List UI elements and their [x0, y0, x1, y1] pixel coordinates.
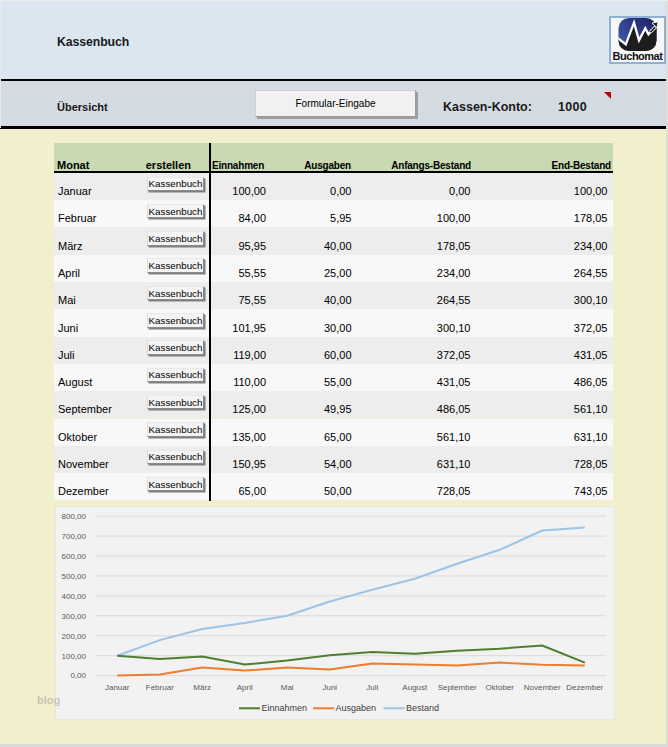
- svg-text:Dezember: Dezember: [566, 683, 603, 692]
- svg-text:400,00: 400,00: [62, 592, 87, 601]
- svg-text:200,00: 200,00: [62, 632, 87, 641]
- svg-text:September: September: [438, 683, 477, 692]
- svg-text:300,00: 300,00: [62, 612, 87, 621]
- svg-text:August: August: [402, 683, 428, 692]
- svg-text:0,00: 0,00: [70, 671, 86, 680]
- svg-text:Ausgaben: Ausgaben: [336, 703, 377, 713]
- svg-text:Einnahmen: Einnahmen: [262, 703, 308, 713]
- svg-text:Januar: Januar: [105, 683, 130, 692]
- svg-text:Bestand: Bestand: [406, 703, 439, 713]
- svg-text:November: November: [524, 683, 561, 692]
- svg-text:Juli: Juli: [366, 683, 378, 692]
- svg-text:April: April: [237, 683, 253, 692]
- svg-text:800,00: 800,00: [62, 512, 87, 521]
- svg-text:500,00: 500,00: [62, 572, 87, 581]
- svg-text:Juni: Juni: [322, 683, 337, 692]
- svg-text:Mai: Mai: [281, 683, 294, 692]
- svg-text:März: März: [193, 683, 211, 692]
- svg-text:Februar: Februar: [146, 683, 174, 692]
- svg-text:100,00: 100,00: [62, 652, 87, 661]
- svg-text:600,00: 600,00: [62, 552, 87, 561]
- svg-text:700,00: 700,00: [62, 532, 87, 541]
- svg-text:Oktober: Oktober: [486, 683, 515, 692]
